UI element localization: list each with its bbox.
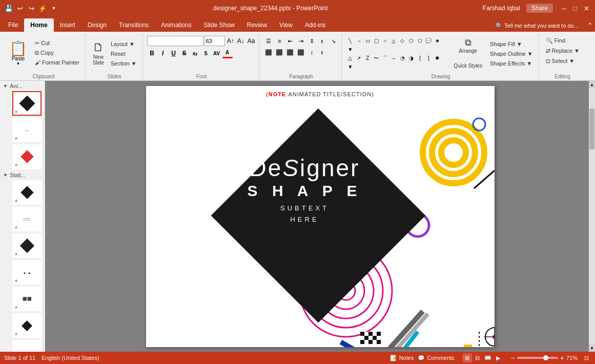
clear-format-button[interactable]: Aa	[247, 37, 256, 45]
subscript-button[interactable]: x₂	[190, 48, 200, 58]
font-spacing-button[interactable]: AV	[212, 48, 222, 58]
align-left-button[interactable]: ⬛	[263, 47, 274, 57]
shape-chord-icon[interactable]: ◑	[407, 54, 415, 62]
title-bar-left-controls[interactable]: 💾 ↩ ↪ ⚡ ▼	[4, 4, 58, 13]
slide-thumb-9[interactable]: ★	[12, 313, 42, 338]
shape-grid-more-icon[interactable]: ▼	[346, 63, 354, 71]
normal-view-button[interactable]: ⊞	[463, 353, 472, 362]
select-button[interactable]: ⊡ Select ▼	[543, 56, 582, 66]
paste-button[interactable]: 📋 Paste ▼	[5, 38, 31, 69]
shape-outline-button[interactable]: Shape Outline ▼	[487, 49, 536, 58]
bullets-button[interactable]: ☰	[263, 36, 274, 46]
section-button[interactable]: Section ▼	[108, 59, 139, 68]
tab-review[interactable]: Review	[241, 18, 273, 32]
tab-design[interactable]: Design	[81, 18, 113, 32]
shape-pentagon-icon[interactable]: ⬠	[407, 37, 415, 45]
zoom-slider[interactable]	[517, 357, 558, 359]
tab-slideshow[interactable]: Slide Show	[198, 18, 241, 32]
scroll-up-button[interactable]: ▲	[589, 81, 595, 88]
slide-thumb-6[interactable]: ★	[12, 233, 42, 258]
text-direction-button[interactable]: ⇕	[306, 36, 317, 46]
shape-bent-icon[interactable]: ↗	[355, 54, 363, 62]
tab-addins[interactable]: Add-ins	[299, 18, 332, 32]
bold-button[interactable]: B	[147, 48, 157, 58]
scroll-thumb[interactable]	[589, 109, 594, 149]
shape-snake-icon[interactable]: 〜	[372, 54, 380, 62]
slide-thumb-7[interactable]: ▲ ▲ ★	[12, 260, 42, 285]
align-right-button[interactable]: ⬛	[285, 47, 295, 57]
shadow-button[interactable]: S	[201, 48, 211, 58]
justify-button[interactable]: ⬛	[296, 47, 306, 57]
shape-star-icon[interactable]: ★	[433, 37, 441, 45]
tab-insert[interactable]: Insert	[54, 18, 81, 32]
col-button2[interactable]: ⫾	[317, 47, 327, 57]
slide-thumb-2[interactable]: — ★	[12, 118, 42, 142]
shape-curve-icon[interactable]: ⌒	[381, 54, 389, 62]
copy-button[interactable]: ⧉ Copy	[32, 48, 82, 57]
title-bar-right-controls[interactable]: Farshad Iqbal Share ─ □ ✕	[483, 4, 591, 13]
shape-pie-icon[interactable]: ◔	[398, 54, 406, 62]
shape-z-icon[interactable]: Z	[363, 54, 372, 62]
tab-view[interactable]: View	[273, 18, 299, 32]
quick-styles-button[interactable]: Quick Styles	[450, 58, 485, 74]
paste-dropdown-icon[interactable]: ▼	[16, 61, 20, 66]
slide-thumb-5[interactable]: ◻ ◻ ★	[12, 207, 42, 231]
format-painter-button[interactable]: 🖌 Format Painter	[32, 58, 82, 67]
align-center-button[interactable]: ⬛	[274, 47, 284, 57]
shape-arrow-icon[interactable]: →	[355, 37, 363, 45]
section-stati[interactable]: ▼ Stati...	[0, 170, 45, 179]
shape-fill-button[interactable]: Shape Fill ▼	[487, 39, 536, 49]
scroll-down-button[interactable]: ▼	[589, 345, 595, 352]
font-name-input[interactable]	[147, 36, 203, 46]
cut-button[interactable]: ✂ Cut	[32, 38, 82, 48]
decrease-indent-button[interactable]: ⇤	[285, 36, 295, 46]
tab-file[interactable]: File	[2, 18, 24, 32]
underline-button[interactable]: U	[169, 48, 179, 58]
shape-rounded-icon[interactable]: ▢	[372, 37, 380, 45]
shape-line-icon[interactable]: ╲	[346, 37, 354, 45]
customize-icon[interactable]: ⚡	[38, 4, 47, 13]
new-slide-button[interactable]: 🗋 NewSlide	[90, 40, 107, 68]
increase-indent-button[interactable]: ⇥	[296, 36, 306, 46]
zoom-level[interactable]: 71%	[566, 355, 578, 361]
share-button[interactable]: Share	[526, 4, 553, 13]
arrange-button[interactable]: ⧉ Arrange	[456, 34, 480, 57]
shape-iso-icon[interactable]: △	[346, 54, 354, 62]
zoom-out-button[interactable]: −	[511, 354, 515, 362]
shape-rect-icon[interactable]: ▭	[363, 37, 372, 45]
shape-callout-icon[interactable]: 💬	[424, 37, 433, 45]
numbering-button[interactable]: ≡	[274, 36, 284, 46]
replace-button[interactable]: ⇄ Replace ▼	[543, 46, 582, 55]
redo-icon[interactable]: ↪	[27, 4, 36, 13]
help-search-icon[interactable]: 🔍 Tell me what you want to do...	[496, 23, 579, 29]
font-size-input[interactable]	[204, 36, 225, 46]
minimize-button[interactable]: ─	[559, 4, 568, 13]
slide-thumb-10[interactable]: ═══ ★	[12, 340, 42, 352]
increase-font-button[interactable]: A↑	[226, 37, 235, 45]
font-color-button[interactable]: A	[222, 48, 233, 58]
slide-thumb-4[interactable]: ★	[12, 180, 42, 205]
slide-canvas[interactable]: (NOTE:ANIMATED TITLE/SECTION) ✕	[146, 86, 495, 347]
shape-triangle-icon[interactable]: △	[389, 37, 398, 45]
shape-diamond-icon[interactable]: ◇	[398, 37, 406, 45]
section-ani[interactable]: ▼ Ani...	[0, 81, 45, 90]
reset-button[interactable]: Reset	[108, 49, 139, 58]
strikethrough-button[interactable]: S	[179, 48, 190, 58]
restore-button[interactable]: □	[570, 4, 580, 13]
slide-sorter-button[interactable]: ⊟	[473, 353, 482, 362]
shape-hexagon-icon[interactable]: ⬡	[416, 37, 424, 45]
tab-animations[interactable]: Animations	[155, 18, 197, 32]
columns-button[interactable]: ⫾	[317, 36, 327, 46]
collapse-ribbon-icon[interactable]: ⌃	[587, 22, 593, 30]
user-name[interactable]: Farshad Iqbal	[483, 5, 520, 12]
slideshow-button[interactable]: ▶	[494, 353, 503, 362]
italic-button[interactable]: I	[158, 48, 168, 58]
save-icon[interactable]: 💾	[4, 4, 13, 13]
fit-window-button[interactable]: ⊡	[582, 353, 591, 362]
find-button[interactable]: 🔍 Find	[543, 36, 582, 45]
slide-thumb-3[interactable]: ★	[12, 144, 42, 169]
dropdown-icon[interactable]: ▼	[49, 4, 58, 13]
notes-button[interactable]: 📝 Notes	[390, 355, 414, 361]
decrease-font-button[interactable]: A↓	[236, 37, 245, 45]
shape-brace-icon[interactable]: {	[416, 54, 424, 62]
